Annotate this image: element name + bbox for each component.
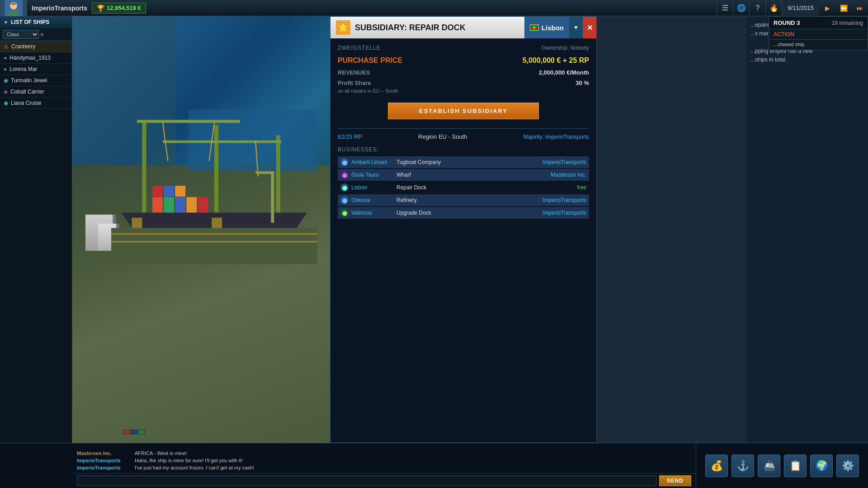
establish-subsidiary-btn[interactable]: ESTABLISH SUBSIDIARY <box>388 103 539 119</box>
menu-btn[interactable]: ☰ <box>717 0 733 16</box>
send-button[interactable]: SEND <box>659 475 691 486</box>
city-selector: Lisbon <box>524 17 569 38</box>
class-filter-select[interactable]: Class <box>3 30 39 39</box>
panel-icon: ⭐ <box>336 20 350 35</box>
svg-rect-18 <box>152 186 163 197</box>
biz-city: Ambarli Limani <box>351 159 396 165</box>
biz-city: Valencia <box>351 210 396 216</box>
biz-type: Upgrade Dock <box>396 210 532 216</box>
play-btn[interactable]: ▶ <box>819 0 835 16</box>
business-row: ⬤ Odessa Refinery ImperioTransports <box>338 194 589 206</box>
ship-item[interactable]: ● Lorena Mar <box>0 64 72 75</box>
biz-type: Repair Dock <box>396 184 532 191</box>
chat-messages: Masterson Inc. AFRICA - West is mine! Im… <box>72 443 696 473</box>
profit-label: Profit Share <box>338 80 371 86</box>
settings-btn[interactable]: 🔥 <box>765 0 782 16</box>
svg-rect-22 <box>111 233 317 235</box>
ship-name-label: Cobalt Carrier <box>10 89 44 95</box>
date-badge: 9/11/2015 <box>782 0 819 16</box>
ship-list-header: ▼ LIST OF SHIPS <box>0 16 72 28</box>
container-3 <box>138 430 145 434</box>
chat-text: I've just had my account frozen. I can't… <box>135 465 691 470</box>
svg-rect-16 <box>186 197 197 212</box>
money-icon: 🏆 <box>97 5 104 12</box>
ship-status-icon: ● <box>4 55 7 61</box>
business-row: ⬤ Gioia Tauro Wharf Masterson Inc. <box>338 169 589 181</box>
money-toolbar-btn[interactable]: 💰 <box>705 455 728 477</box>
svg-rect-14 <box>164 197 174 212</box>
action-label: ACTION <box>769 29 868 40</box>
biz-city: Lisbon <box>351 184 396 191</box>
crane-svg <box>111 38 317 336</box>
chat-sender: ImperioTransports <box>77 458 131 463</box>
svg-rect-24 <box>132 218 142 228</box>
subsidiary-panel: ⭐ SUBSIDIARY: REPAIR DOCK Lisbon ▼ ✕ ZWE… <box>330 16 597 443</box>
businesses-list: ⬤ Ambarli Limani Tugboat Company Imperio… <box>338 156 589 219</box>
revenues-row: REVENUES 2,000,000 €/Month <box>338 69 589 76</box>
help-btn[interactable]: ? <box>749 0 765 16</box>
right-text-4: ...ships in total. <box>750 56 863 64</box>
ship-item[interactable]: ⚠ Cranberry <box>0 41 72 52</box>
city-dropdown-btn[interactable]: ▼ <box>569 17 583 38</box>
revenues-label: REVENUES <box>338 69 370 76</box>
ship-list-collapse-btn[interactable]: ▼ <box>4 20 8 25</box>
chat-input[interactable] <box>77 475 656 486</box>
purchase-price: 5,000,000 € + 25 RP <box>523 56 589 65</box>
business-row: ⬤ Ambarli Limani Tugboat Company Imperio… <box>338 156 589 168</box>
biz-icon: ⬤ <box>340 171 349 179</box>
ship-name-label: Cranberry <box>11 43 35 50</box>
chat-message: ImperioTransports I've just had my accou… <box>72 464 696 471</box>
ship-item[interactable]: ◈ Cobalt Carrier <box>0 86 72 98</box>
player-avatar <box>0 0 27 16</box>
chat-input-row: SEND <box>72 473 696 488</box>
chat-message: ImperioTransports Haha, the ship is mine… <box>72 457 696 464</box>
chat-sender: Masterson Inc. <box>77 450 131 456</box>
biz-type: Wharf <box>396 172 532 178</box>
zweigstelle-row: ZWEIGSTELLE Ownership: Nobody <box>338 45 589 51</box>
ship-item[interactable]: ◉ Liana Cruise <box>0 98 72 109</box>
ship-item[interactable]: ◉ Turmalin Jewel <box>0 75 72 86</box>
svg-rect-8 <box>137 120 240 123</box>
anchor-toolbar-btn[interactable]: ⚓ <box>731 455 754 477</box>
dock-containers <box>124 430 145 434</box>
settings-toolbar-btn[interactable]: ⚙️ <box>836 455 859 477</box>
panel-content: ZWEIGSTELLE Ownership: Nobody PURCHASE P… <box>330 38 596 226</box>
round-header: ROUND 3 19 remaining <box>769 17 868 29</box>
ship-status-icon: ◈ <box>4 89 8 95</box>
ship-name-label: Lorena Mar <box>9 66 37 72</box>
ship-status-icon: ◉ <box>4 100 8 106</box>
biz-owner: Masterson Inc. <box>532 172 586 178</box>
fast-forward-btn[interactable]: ⏩ <box>835 0 852 16</box>
rp-region-row: 62/25 RP Region EU - South Majority: Imp… <box>338 128 589 140</box>
svg-rect-20 <box>175 186 185 197</box>
biz-type: Refinery <box>396 197 532 203</box>
bottom-toolbar: 💰 ⚓ 🚢 📋 🌍 ⚙️ <box>696 443 868 488</box>
ship-filter-row: Class n <box>0 28 72 41</box>
list-toolbar-btn[interactable]: 📋 <box>784 455 807 477</box>
svg-rect-15 <box>175 197 185 212</box>
right-overlay: ...epaired ships to Lisbon ...s many as … <box>746 16 868 443</box>
panel-close-btn[interactable]: ✕ <box>583 17 596 38</box>
purchase-row: PURCHASE PRICE 5,000,000 € + 25 RP <box>338 56 589 65</box>
globe-btn[interactable]: 🌐 <box>733 0 749 16</box>
chat-message: Masterson Inc. AFRICA - West is mine! <box>72 450 696 457</box>
globe-toolbar-btn[interactable]: 🌍 <box>810 455 833 477</box>
ship-list-panel: ▼ LIST OF SHIPS Class n ⚠ Cranberry ● Ha… <box>0 16 72 443</box>
ship-item[interactable]: ● Handymax_1913 <box>0 52 72 64</box>
ship-name-label: Turmalin Jewel <box>11 77 47 84</box>
svg-rect-25 <box>212 218 222 228</box>
svg-rect-26 <box>271 171 274 223</box>
skip-btn[interactable]: ⏭ <box>852 0 868 16</box>
round-panel: ROUND 3 19 remaining ACTION ...chased sh… <box>769 16 868 50</box>
zweigstelle-label: ZWEIGSTELLE <box>338 45 381 51</box>
money-badge: 🏆 12,954,519 € <box>92 3 146 14</box>
biz-owner: ImperioTransports <box>532 197 586 203</box>
ship-name-label: Liana Cruise <box>11 100 41 106</box>
rp-value: 62/25 RP <box>338 133 362 140</box>
svg-rect-27 <box>255 171 274 174</box>
biz-owner: free <box>532 184 586 191</box>
ship-toolbar-btn[interactable]: 🚢 <box>758 455 780 477</box>
svg-rect-4 <box>189 110 317 172</box>
svg-rect-6 <box>214 125 218 218</box>
ship-items-container: ⚠ Cranberry ● Handymax_1913 ● Lorena Mar… <box>0 41 72 109</box>
